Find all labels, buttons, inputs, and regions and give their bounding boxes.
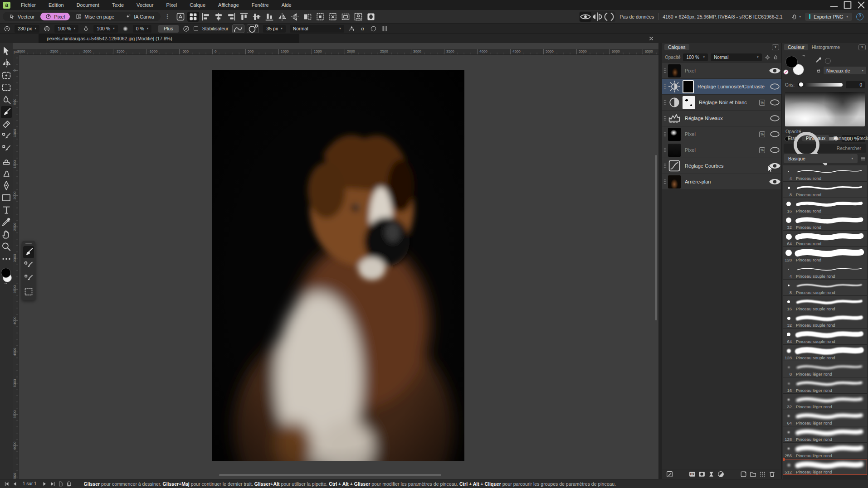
close-tab-icon[interactable] [649,36,654,41]
window-minimize-icon[interactable] [827,0,841,10]
insert-target-icon[interactable] [327,12,339,22]
flood-select-tool[interactable] [1,94,12,106]
flyout-selection-brush-tool[interactable] [23,285,34,298]
search-input[interactable] [837,145,863,151]
layers-panel-title[interactable]: Calques [664,44,689,50]
brush-category-dropdown[interactable]: Basique▾ [784,154,858,163]
no-color-swatch[interactable] [783,69,789,75]
layer-row[interactable]: Pixel [662,63,781,79]
persona-ia-canva[interactable]: IA Canva [120,13,159,20]
mesh-warp-tool[interactable] [1,69,12,82]
rope-stabilizer-button[interactable] [232,24,244,33]
menu-fenetre[interactable]: Fenêtre [245,0,275,10]
first-page-icon[interactable] [4,481,10,487]
layer-row[interactable]: Arrière-plan [662,174,781,190]
brush-item[interactable]: 128 Pinceau souple rond [783,345,867,361]
flyout-drag-handle[interactable] [25,243,32,244]
view-split-icon[interactable] [591,12,603,22]
insert-frame-icon[interactable] [340,12,351,22]
flyout-colour-replacement-brush-tool[interactable] [23,259,34,271]
brush-item[interactable]: 16 Pinceau souple rond [783,296,867,312]
brush-hardness-dropdown[interactable]: 0 %▾ [133,25,152,33]
insert-inside-icon[interactable] [314,12,326,22]
align-right-icon[interactable] [225,12,237,22]
layer-row[interactable]: Réglage Niveaux [662,111,781,126]
last-page-icon[interactable] [49,481,56,487]
vertical-scrollbar[interactable] [655,155,657,320]
brush-item[interactable]: 8 Pinceau rond [783,182,867,198]
brush-item[interactable]: 64 Pinceau rond [783,231,867,246]
brush-item[interactable]: 128 Pinceau rond [783,247,867,263]
view-mirror-icon[interactable] [603,12,615,22]
foreground-color-well[interactable] [1,268,11,278]
blend-mode-dropdown[interactable]: Normal▾ [290,25,344,33]
brush-settings-icon[interactable] [183,25,190,32]
flip-horizontal-icon[interactable] [276,12,288,22]
tab-stock[interactable]: Stock [853,135,868,141]
protect-alpha-icon[interactable]: α [359,25,366,32]
brush-flow-dropdown[interactable]: 100 %▾ [93,25,117,33]
align-middle-v-icon[interactable] [251,12,263,22]
document-canvas[interactable] [212,70,464,461]
layer-row[interactable]: Pixel % [662,142,781,158]
brush-item[interactable]: 16 Pinceau léger rond [783,377,867,393]
layer-live-filter-icon[interactable] [717,470,725,478]
window-maximize-icon[interactable] [841,0,854,10]
delete-layer-icon[interactable] [768,470,776,478]
color-model-dropdown[interactable]: Niveaux de▾ [824,67,866,74]
menu-fichier[interactable]: Fichier [15,0,42,10]
brush-item[interactable]: 4 Pinceau souple rond [783,263,867,279]
gray-slider[interactable] [798,83,843,87]
colour-replacement-brush-tool[interactable] [1,130,12,143]
gear-icon[interactable] [765,54,770,60]
brush-item[interactable]: 256 Pinceau léger rond [783,443,867,459]
canvas-area[interactable]: px -3000-2500-2000-1500-1000-50005001000… [13,43,658,479]
page-icon[interactable] [58,481,64,487]
layer-row[interactable]: Réglage Courbes [662,158,781,174]
previous-page-icon[interactable] [12,481,18,487]
brush-item[interactable]: 64 Pinceau souple rond [783,329,867,344]
brush-item[interactable]: 16 Pinceau rond [783,198,867,214]
next-page-icon[interactable] [41,481,48,487]
move-tool[interactable] [1,45,12,57]
brush-item[interactable]: 512 Pinceau léger rond [783,459,867,475]
foreground-color-well[interactable] [785,56,798,68]
brush-item[interactable]: 64 Pinceau léger rond [783,410,867,426]
add-group-icon[interactable] [749,470,757,478]
menu-texte[interactable]: Texte [106,0,130,10]
flyout-pixel-brush-tool[interactable] [23,272,34,285]
layer-row[interactable]: Pixel % [662,126,781,142]
tab-couleur[interactable]: Couleur [784,44,808,50]
panel-menu-icon[interactable]: ▾ [772,44,779,50]
menu-document[interactable]: Document [70,0,106,10]
layer-visibility-toggle[interactable] [768,63,781,78]
swap-colors-icon[interactable] [800,54,807,59]
menu-calque[interactable]: Calque [183,0,212,10]
layer-effects-icon[interactable]: FX [688,470,696,478]
brush-item[interactable]: 8 Pinceau souple rond [783,280,867,295]
edit-all-layers-icon[interactable] [666,470,673,478]
lock-icon[interactable] [773,54,779,60]
persona-mise-en-page[interactable]: Mise en page [71,13,119,20]
picture-frame-icon[interactable] [352,12,364,22]
layer-visibility-toggle[interactable] [768,174,781,189]
layer-row[interactable]: Réglage Noir et blanc % [662,95,781,111]
layer-blend-dropdown[interactable]: Normal▾ [711,53,762,61]
persona-pixel[interactable]: Pixel [40,13,70,20]
export-button[interactable]: Exporter PNG ▾ [805,13,852,21]
layer-mask-icon[interactable] [698,470,706,478]
stabilizer-length-dropdown[interactable]: 35 px▾ [263,25,285,33]
layer-row[interactable]: Réglage Luminosité/Contraste [662,79,781,95]
brush-opacity-dropdown[interactable]: 100 %▾ [54,25,78,33]
clone-brush-tool[interactable] [1,155,12,167]
brush-item[interactable]: 32 Pinceau souple rond [783,312,867,328]
artistic-text-tool[interactable] [1,204,12,216]
tool-color-well[interactable] [0,268,12,286]
gray-slider-knob[interactable] [799,82,804,87]
swap-colors-icon[interactable] [2,282,9,286]
menu-affichage[interactable]: Affichage [212,0,245,10]
auto-select-icon[interactable] [175,12,186,22]
brush-item[interactable]: 4 Pinceau rond [783,165,867,181]
layer-opacity-dropdown[interactable]: 100 %▾ [683,53,708,61]
more-settings-button[interactable]: Plus [158,25,178,33]
